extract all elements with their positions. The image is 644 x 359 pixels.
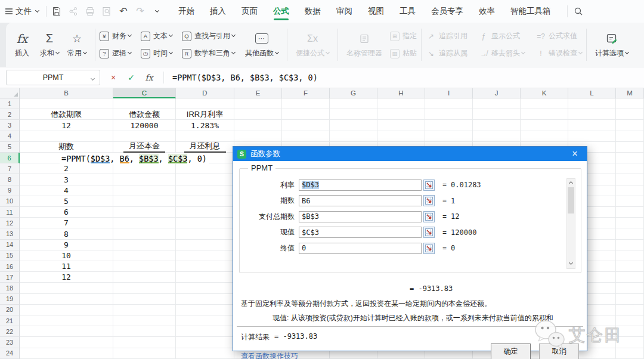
cell-B11[interactable]: 6 <box>20 207 113 218</box>
cell-M6[interactable] <box>616 153 644 163</box>
cell-C9[interactable] <box>113 185 176 196</box>
cell-B9[interactable]: 4 <box>20 185 113 196</box>
cell-M22[interactable] <box>616 326 644 337</box>
menu-tab-10[interactable]: 效率 <box>471 0 503 23</box>
column-header-C[interactable]: C <box>113 88 176 98</box>
cell-M17[interactable] <box>616 272 644 283</box>
cell-D12[interactable] <box>176 218 234 228</box>
cell-D8[interactable] <box>176 174 234 185</box>
menu-tab-6[interactable]: 审阅 <box>329 0 360 23</box>
cell-C17[interactable] <box>113 272 176 283</box>
cell-D23[interactable] <box>176 337 234 348</box>
cell-B7[interactable]: 2 <box>20 163 113 174</box>
dialog-title-bar[interactable]: S 函数参数 × <box>233 147 587 161</box>
cell-D10[interactable] <box>176 196 234 207</box>
cell-B2[interactable]: 借款期限 <box>20 109 113 120</box>
cell-F1[interactable] <box>282 98 330 109</box>
cell-D24[interactable] <box>176 348 234 359</box>
row-header-17[interactable]: 17 <box>0 272 20 283</box>
other-functions-button[interactable]: ⋯ 其他函数 <box>241 30 283 60</box>
row-header-23[interactable]: 23 <box>0 337 20 348</box>
row-header-18[interactable]: 18 <box>0 283 20 293</box>
cell-L4[interactable] <box>568 131 616 142</box>
cell-D7[interactable] <box>176 163 234 174</box>
column-header-L[interactable]: L <box>568 88 616 98</box>
math-functions-button[interactable]: π数学和三角 <box>182 48 235 58</box>
cell-D15[interactable] <box>176 250 234 261</box>
cell-J3[interactable] <box>473 120 521 131</box>
cell-B22[interactable] <box>20 326 113 337</box>
row-header-20[interactable]: 20 <box>0 305 20 315</box>
cell-D22[interactable] <box>176 326 234 337</box>
cell-C20[interactable] <box>113 305 176 315</box>
cell-D11[interactable] <box>176 207 234 218</box>
column-header-F[interactable]: F <box>282 88 330 98</box>
cell-B3[interactable]: 12 <box>20 120 113 131</box>
cell-C12[interactable] <box>113 218 176 228</box>
cell-E1[interactable] <box>234 98 282 109</box>
column-header-H[interactable]: H <box>377 88 425 98</box>
row-header-12[interactable]: 12 <box>0 218 20 228</box>
cell-M1[interactable] <box>616 98 644 109</box>
cell-I4[interactable] <box>425 131 473 142</box>
datetime-functions-button[interactable]: ◷时间 <box>141 48 172 58</box>
cell-E4[interactable] <box>234 131 282 142</box>
cell-C11[interactable] <box>113 207 176 218</box>
param-input-2[interactable]: B6 <box>299 195 422 206</box>
cell-M3[interactable] <box>616 120 644 131</box>
ok-button[interactable]: 确定 <box>491 343 531 359</box>
menu-tab-11[interactable]: 智能工具箱 <box>503 0 559 23</box>
cell-C21[interactable] <box>113 315 176 326</box>
cell-H1[interactable] <box>377 98 425 109</box>
cell-L1[interactable] <box>568 98 616 109</box>
cell-E3[interactable] <box>234 120 282 131</box>
cell-D2[interactable]: IRR月利率 <box>176 109 234 120</box>
text-functions-button[interactable]: A文本 <box>141 31 172 41</box>
row-header-15[interactable]: 15 <box>0 250 20 261</box>
cell-C22[interactable] <box>113 326 176 337</box>
row-header-5[interactable]: 5 <box>0 142 20 153</box>
cell-G3[interactable] <box>330 120 377 131</box>
row-header-16[interactable]: 16 <box>0 261 20 272</box>
function-tips-link[interactable]: 查看函数操作技巧 <box>241 351 298 359</box>
scroll-up-icon[interactable] <box>567 179 575 187</box>
cell-C5[interactable]: 月还本金 <box>113 142 176 153</box>
cell-L2[interactable] <box>568 109 616 120</box>
row-header-3[interactable]: 3 <box>0 120 20 131</box>
cell-M21[interactable] <box>616 315 644 326</box>
row-header-6[interactable]: 6 <box>0 153 20 163</box>
column-header-E[interactable]: E <box>234 88 282 98</box>
cell-C4[interactable] <box>113 131 176 142</box>
column-header-M[interactable]: M <box>616 88 644 98</box>
cell-B13[interactable]: 8 <box>20 228 113 239</box>
cell-C7[interactable] <box>113 163 176 174</box>
cell-C2[interactable]: 借款金额 <box>113 109 176 120</box>
cell-C19[interactable] <box>113 294 176 305</box>
cell-B14[interactable]: 9 <box>20 240 113 250</box>
range-picker-button[interactable] <box>423 211 435 222</box>
cell-B12[interactable]: 7 <box>20 218 113 228</box>
cell-J1[interactable] <box>473 98 521 109</box>
cell-C15[interactable] <box>113 250 176 261</box>
param-input-3[interactable]: $B$3 <box>299 211 422 222</box>
row-header-2[interactable]: 2 <box>0 109 20 120</box>
menu-tab-7[interactable]: 视图 <box>360 0 392 23</box>
cell-M11[interactable] <box>616 207 644 218</box>
range-picker-button[interactable] <box>423 243 435 254</box>
column-header-B[interactable]: B <box>20 88 113 98</box>
cell-F3[interactable] <box>282 120 330 131</box>
select-all-corner[interactable] <box>0 88 20 98</box>
common-functions-button[interactable]: ☆ 常用 <box>63 30 91 60</box>
param-input-1[interactable]: $D$3 <box>299 180 422 191</box>
cell-J4[interactable] <box>473 131 521 142</box>
range-picker-button[interactable] <box>423 227 435 238</box>
cell-I1[interactable] <box>425 98 473 109</box>
cell-C16[interactable] <box>113 261 176 272</box>
row-header-4[interactable]: 4 <box>0 131 20 142</box>
cell-H4[interactable] <box>377 131 425 142</box>
cell-B15[interactable]: 10 <box>20 250 113 261</box>
cell-F2[interactable] <box>282 109 330 120</box>
cell-M10[interactable] <box>616 196 644 207</box>
cell-D16[interactable] <box>176 261 234 272</box>
cell-B23[interactable] <box>20 337 113 348</box>
